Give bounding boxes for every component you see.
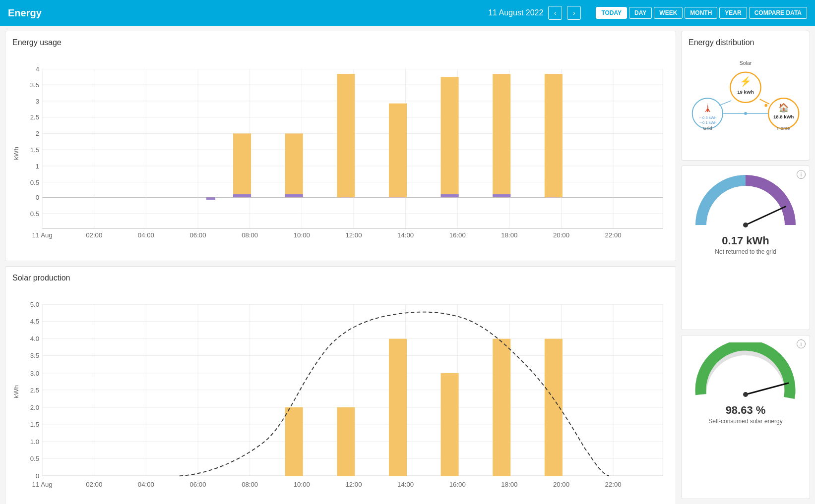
period-buttons: TODAY DAY WEEK MONTH YEAR COMPARE DATA (596, 7, 807, 19)
solar-production-panel: Solar production kWh 5.0 4.5 4.0 3.5 3.0 (5, 266, 676, 504)
svg-text:12:00: 12:00 (345, 231, 362, 239)
period-day-button[interactable]: DAY (629, 7, 652, 19)
period-month-button[interactable]: MONTH (685, 7, 717, 19)
svg-text:0.5: 0.5 (30, 179, 39, 186)
svg-line-105 (719, 101, 731, 106)
energy-distribution-panel: Energy distribution Solar ⚡ 19 kWh 🗼 ←0.… (681, 31, 810, 161)
svg-text:3.5: 3.5 (30, 81, 39, 89)
svg-text:02:00: 02:00 (86, 481, 102, 488)
svg-text:0.5: 0.5 (30, 210, 39, 218)
usage-bar-9-purple (285, 194, 303, 197)
svg-text:22:00: 22:00 (605, 481, 622, 488)
svg-text:Solar: Solar (740, 60, 752, 66)
svg-text:0: 0 (36, 472, 39, 480)
main-layout: Energy usage kWh 4 3.5 3 2.5 (0, 26, 815, 504)
compare-data-button[interactable]: COMPARE DATA (749, 7, 807, 19)
next-date-button[interactable]: › (567, 6, 581, 20)
prev-date-button[interactable]: ‹ (548, 6, 562, 20)
svg-text:08:00: 08:00 (242, 481, 258, 488)
self-consumed-label: Self-consumed solar energy (708, 418, 782, 425)
energy-usage-panel: Energy usage kWh 4 3.5 3 2.5 (5, 31, 676, 261)
svg-text:10:00: 10:00 (294, 231, 310, 239)
solar-bar-9 (285, 407, 303, 476)
charts-area: Energy usage kWh 4 3.5 3 2.5 (0, 26, 681, 504)
svg-text:4.5: 4.5 (30, 318, 39, 325)
svg-line-106 (760, 99, 769, 104)
svg-text:kWh: kWh (12, 385, 20, 398)
svg-text:0.5: 0.5 (30, 455, 39, 462)
net-returned-info-icon[interactable]: i (797, 170, 806, 179)
svg-text:2.5: 2.5 (30, 386, 39, 393)
svg-text:06:00: 06:00 (190, 231, 206, 239)
solar-bar-11 (389, 339, 407, 476)
usage-bar-8-purple (233, 194, 251, 197)
date-navigation: 11 August 2022 ‹ › (488, 6, 581, 20)
solar-bar-10 (337, 407, 355, 476)
app-header: Energy 11 August 2022 ‹ › TODAY DAY WEEK… (0, 0, 815, 26)
svg-text:16:00: 16:00 (449, 231, 466, 239)
svg-text:08:00: 08:00 (242, 231, 258, 239)
svg-text:11 Aug: 11 Aug (32, 231, 53, 239)
svg-line-112 (746, 383, 788, 394)
solar-production-chart: kWh 5.0 4.5 4.0 3.5 3.0 2.5 2.0 (12, 286, 669, 503)
svg-text:🏠: 🏠 (778, 103, 789, 113)
usage-bar-12-purple (441, 194, 459, 197)
distribution-title: Energy distribution (689, 38, 803, 47)
usage-bar-13-purple (493, 194, 510, 197)
svg-text:02:00: 02:00 (86, 231, 102, 239)
svg-text:12:00: 12:00 (345, 481, 362, 488)
svg-text:16:00: 16:00 (449, 481, 466, 488)
net-returned-value: 0.17 kWh (722, 234, 769, 247)
energy-usage-chart: kWh 4 3.5 3 2.5 2 1.5 (12, 51, 669, 256)
svg-text:18:00: 18:00 (501, 481, 517, 488)
svg-text:⚡: ⚡ (740, 76, 752, 87)
svg-text:3.5: 3.5 (30, 352, 39, 359)
usage-bar-11 (389, 104, 407, 197)
svg-text:Grid: Grid (703, 126, 712, 131)
usage-bar-10 (337, 74, 355, 197)
self-consumed-value: 98.63 % (726, 404, 766, 417)
solar-bar-12 (441, 373, 459, 476)
svg-text:1.5: 1.5 (30, 421, 39, 428)
svg-text:2: 2 (36, 130, 39, 137)
svg-text:14:00: 14:00 (397, 231, 414, 239)
svg-text:1: 1 (36, 163, 39, 170)
energy-usage-svg: kWh 4 3.5 3 2.5 2 1.5 (12, 51, 669, 256)
svg-text:3: 3 (36, 98, 39, 105)
period-week-button[interactable]: WEEK (654, 7, 683, 19)
current-date: 11 August 2022 (488, 8, 543, 17)
svg-text:1.0: 1.0 (30, 438, 39, 446)
app-title: Energy (8, 7, 42, 19)
usage-bar-14 (545, 74, 563, 197)
usage-bar-8 (233, 133, 251, 197)
period-today-button[interactable]: TODAY (596, 7, 627, 19)
net-returned-gauge (691, 173, 800, 232)
self-consumed-panel: i 98.63 % Self-consumed solar energy (681, 335, 810, 500)
svg-text:10:00: 10:00 (294, 481, 310, 488)
usage-bar-neg (206, 197, 215, 200)
svg-text:🗼: 🗼 (703, 103, 713, 112)
svg-text:18.8 kWh: 18.8 kWh (773, 114, 794, 119)
distribution-diagram: Solar ⚡ 19 kWh 🗼 ←0.3 kWh →0.1 kWh Grid … (689, 52, 803, 151)
svg-text:Home: Home (777, 126, 790, 131)
svg-text:2.0: 2.0 (30, 404, 39, 411)
energy-usage-title: Energy usage (12, 38, 669, 47)
net-returned-panel: i 0.17 kWh Net returned to the grid (681, 166, 810, 330)
svg-text:04:00: 04:00 (138, 231, 154, 239)
right-panel: Energy distribution Solar ⚡ 19 kWh 🗼 ←0.… (681, 26, 815, 504)
svg-point-113 (743, 392, 748, 397)
svg-point-111 (743, 223, 748, 227)
svg-text:kWh: kWh (12, 147, 20, 160)
solar-production-svg: kWh 5.0 4.5 4.0 3.5 3.0 2.5 2.0 (12, 286, 669, 503)
svg-text:→0.1 kWh: →0.1 kWh (698, 120, 716, 125)
usage-bar-13 (493, 74, 510, 197)
svg-text:3.0: 3.0 (30, 370, 39, 377)
svg-text:5.0: 5.0 (30, 301, 39, 308)
svg-text:14:00: 14:00 (397, 481, 414, 488)
svg-text:20:00: 20:00 (553, 481, 569, 488)
self-consumed-info-icon[interactable]: i (797, 339, 806, 348)
svg-point-108 (764, 104, 767, 107)
svg-text:2.5: 2.5 (30, 113, 39, 121)
period-year-button[interactable]: YEAR (719, 7, 747, 19)
svg-point-109 (744, 112, 747, 115)
